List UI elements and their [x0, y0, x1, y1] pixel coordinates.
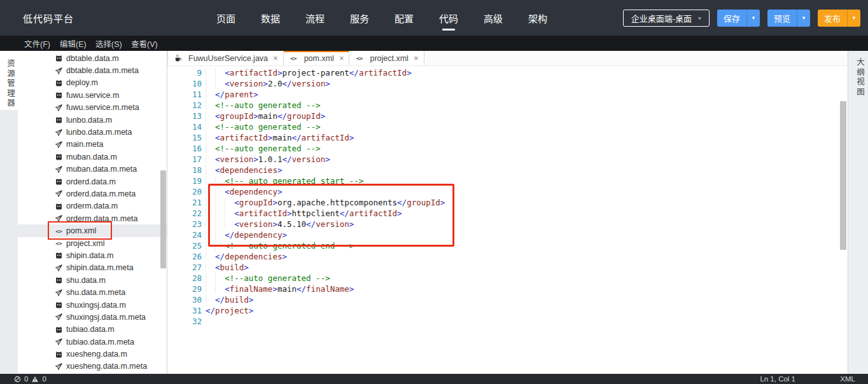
nav-item-config[interactable]: 配置	[394, 0, 414, 36]
tree-item-lunbo.data.m.meta[interactable]: lunbo.data.m.meta	[18, 126, 167, 138]
code-line[interactable]: 32	[167, 316, 839, 327]
line-number: 13	[167, 111, 202, 121]
java-file-icon	[173, 54, 182, 63]
tree-item-shipin.data.m.meta[interactable]: shipin.data.m.meta	[18, 262, 167, 274]
tree-item-tubiao.data.m.meta[interactable]: tubiao.data.m.meta	[18, 336, 167, 348]
menu-item-select[interactable]: 选择(S)	[95, 38, 122, 50]
code-line[interactable]: 21 <groupId>org.apache.httpcomponents</g…	[167, 197, 839, 208]
menu-item-view[interactable]: 查看(V)	[131, 38, 158, 50]
tree-item-shipin.data.m[interactable]: shipin.data.m	[18, 249, 167, 261]
code-line[interactable]: 12 <!--auto generated -->	[167, 100, 839, 111]
chevron-down-icon[interactable]: ▾	[847, 10, 860, 27]
close-icon[interactable]: ×	[273, 54, 278, 62]
tab-pom.xml[interactable]: <>pom.xml×	[284, 51, 350, 65]
error-count: 0	[24, 375, 28, 383]
nav-item-service[interactable]: 服务	[349, 0, 370, 36]
meta-file-icon	[54, 214, 63, 223]
code-line[interactable]: 29 <finalName>main</finalName>	[167, 284, 839, 294]
tree-item-shu.data.m[interactable]: shu.data.m	[18, 274, 167, 286]
code-line[interactable]: 13 <groupId>main</groupId>	[167, 111, 839, 121]
code-line[interactable]: 14 <!--auto generated -->	[167, 121, 839, 132]
chevron-down-icon[interactable]: ▾	[746, 10, 760, 27]
line-number: 27	[167, 262, 202, 273]
line-number: 23	[167, 219, 202, 230]
nav-item-flow[interactable]: 流程	[305, 0, 325, 36]
code-line[interactable]: 23 <version>4.5.10</version>	[167, 219, 839, 230]
tree-item-xuesheng.data.m.meta[interactable]: xuesheng.data.m.meta	[18, 360, 167, 373]
indent-guide	[225, 209, 234, 218]
top-bar: 低代码平台 页面数据流程服务配置代码高级架构 企业桌面端-桌面 ▾ 保存▾预览▾…	[0, 0, 868, 36]
save-button[interactable]: 保存▾	[717, 10, 760, 27]
preview-button[interactable]: 预览▾	[767, 10, 810, 27]
workspace-select[interactable]: 企业桌面端-桌面 ▾	[623, 10, 710, 27]
tree-item-deploy.m[interactable]: deploy.m	[18, 77, 167, 89]
indent-guide	[215, 230, 225, 240]
code-line[interactable]: 26 </dependencies>	[167, 251, 839, 262]
code-line[interactable]: 11 </parent>	[167, 89, 839, 100]
code-line[interactable]: 30 </build>	[167, 294, 839, 305]
menu-item-file[interactable]: 文件(F)	[24, 38, 51, 50]
line-text: </build>	[206, 294, 253, 305]
tree-item-shuxingsj.data.m.meta[interactable]: shuxingsj.data.m.meta	[18, 311, 167, 323]
close-icon[interactable]: ×	[339, 54, 344, 62]
nav-item-data[interactable]: 数据	[260, 0, 281, 36]
tree-item-fuwu.service.m[interactable]: fuwu.service.m	[18, 89, 167, 101]
problems-summary[interactable]: 0 0	[14, 375, 46, 383]
resource-manager-label[interactable]: 资源管理器	[4, 59, 17, 109]
code-line[interactable]: 20 <dependency>	[167, 186, 839, 197]
code-editor[interactable]: 9 <artifactId>project-parent</artifactId…	[167, 66, 848, 374]
tree-item-fuwu.service.m.meta[interactable]: fuwu.service.m.meta	[18, 102, 167, 114]
menu-item-edit[interactable]: 编辑(E)	[60, 38, 87, 50]
code-line[interactable]: 27 <build>	[167, 262, 839, 273]
tab-FuwuUserService.java[interactable]: FuwuUserService.java×	[167, 51, 284, 65]
file-tree-scrollbar[interactable]	[160, 170, 166, 268]
code-line[interactable]: 17 <version>1.0.1</version>	[167, 154, 839, 165]
tree-item-project.xml[interactable]: <>project.xml	[18, 237, 167, 249]
code-line[interactable]: 22 <artifactId>httpclient</artifactId>	[167, 208, 839, 219]
tree-item-shu.data.m.meta[interactable]: shu.data.m.meta	[18, 286, 167, 298]
nav-item-code[interactable]: 代码	[438, 0, 459, 36]
tree-item-pom.xml[interactable]: <>pom.xml	[18, 224, 167, 237]
tree-item-main.meta[interactable]: main.meta	[18, 139, 167, 151]
code-line[interactable]: 18 <dependencies>	[167, 165, 839, 175]
code-line[interactable]: 25 <!-- auto generated end -->	[167, 240, 839, 251]
indent-guide	[206, 90, 215, 99]
indent-guide	[215, 273, 225, 283]
tree-item-muban.data.m.meta[interactable]: muban.data.m.meta	[18, 163, 167, 175]
tree-item-shuxingsj.data.m[interactable]: shuxingsj.data.m	[18, 299, 167, 311]
tab-project.xml[interactable]: <>project.xml×	[349, 51, 424, 65]
code-line[interactable]: 16 <!--auto generated -->	[167, 143, 839, 154]
editor-scrollbar[interactable]	[840, 101, 846, 250]
code-line[interactable]: 15 <artifactId>main</artifactId>	[167, 132, 839, 143]
close-icon[interactable]: ×	[414, 54, 419, 62]
publish-button[interactable]: 发布▾	[818, 10, 860, 27]
nav-item-advanced[interactable]: 高级	[483, 0, 503, 36]
save-button-label: 保存	[717, 10, 746, 27]
code-line[interactable]: 24 </dependency>	[167, 230, 839, 240]
nav-item-pages[interactable]: 页面	[216, 0, 236, 36]
line-number: 14	[167, 121, 202, 132]
tree-item-dbtable.data.m.meta[interactable]: dbtable.data.m.meta	[18, 64, 167, 76]
outline-view-label[interactable]: 大纲视图	[854, 58, 866, 97]
tree-item-orderm.data.m.meta[interactable]: orderm.data.m.meta	[18, 212, 167, 224]
indent-guide	[206, 284, 215, 294]
tree-item-orderd.data.m.meta[interactable]: orderd.data.m.meta	[18, 188, 167, 200]
tree-item-dbtable.data.m[interactable]: dbtable.data.m	[18, 52, 167, 64]
nav-item-architecture[interactable]: 架构	[528, 0, 548, 36]
code-line[interactable]: 9 <artifactId>project-parent</artifactId…	[167, 67, 839, 78]
tree-item-muban.data.m[interactable]: muban.data.m	[18, 151, 167, 163]
tree-item-orderm.data.m[interactable]: orderm.data.m	[18, 200, 167, 212]
code-line[interactable]: 10 <version>2.0</version>	[167, 78, 839, 89]
tree-item-lunbo.data.m[interactable]: lunbo.data.m	[18, 114, 167, 126]
tree-item-tubiao.data.m[interactable]: tubiao.data.m	[18, 324, 167, 336]
language-mode[interactable]: XML	[840, 375, 855, 383]
chevron-down-icon[interactable]: ▾	[797, 10, 810, 27]
tree-item-orderd.data.m[interactable]: orderd.data.m	[18, 175, 167, 188]
code-line[interactable]: 28 <!--auto generated -->	[167, 273, 839, 284]
code-line[interactable]: 31</project>	[167, 305, 839, 316]
tree-item-xuesheng.data.m[interactable]: xuesheng.data.m	[18, 348, 167, 360]
cursor-position[interactable]: Ln 1, Col 1	[760, 375, 795, 383]
code-line[interactable]: 19 <!-- auto generated start -->	[167, 175, 839, 186]
meta-file-icon	[54, 263, 63, 272]
indent-guide	[215, 176, 225, 186]
